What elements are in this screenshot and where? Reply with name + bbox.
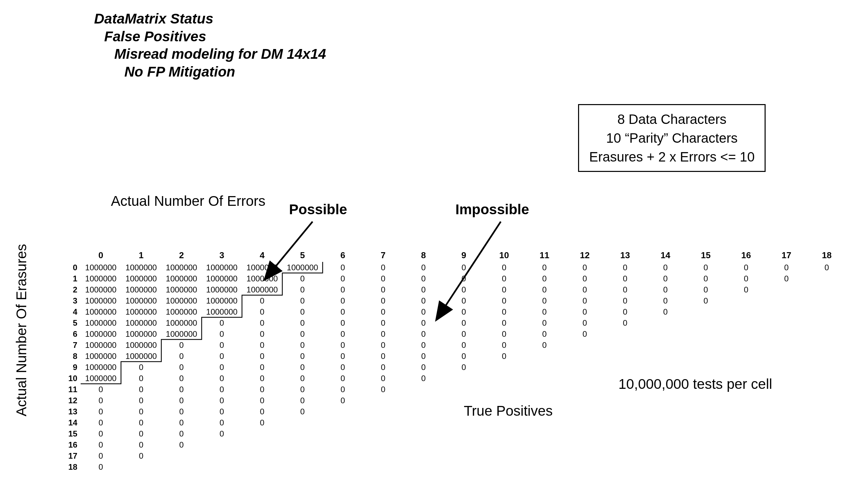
table-cell: 0 [161, 385, 202, 394]
table-cell: 0 [242, 396, 282, 405]
table-cell: 1000000 [81, 263, 121, 272]
x-axis-title: Actual Number Of Errors [111, 193, 265, 209]
table-cell: 0 [322, 363, 363, 372]
table-header-row: 0123456789101112131415161718 [54, 249, 847, 262]
table-cell: 0 [161, 363, 202, 372]
col-header: 2 [161, 250, 202, 260]
table-cell: 0 [282, 318, 322, 328]
table-row: 180 [54, 461, 847, 472]
col-header: 11 [524, 250, 565, 260]
table-cell: 0 [242, 374, 282, 383]
table-cell: 0 [322, 396, 363, 405]
table-cell: 1000000 [161, 318, 202, 328]
info-box: 8 Data Characters 10 “Parity” Characters… [578, 104, 766, 172]
table-cell: 0 [363, 363, 403, 372]
table-cell: 0 [565, 274, 605, 283]
table-cell: 0 [484, 263, 524, 272]
table-cell: 1000000 [242, 274, 282, 283]
table-cell: 0 [161, 407, 202, 416]
table-row: 1400000 [54, 417, 847, 428]
table-cell: 0 [202, 429, 242, 438]
row-header: 13 [54, 407, 81, 416]
table-cell: 1000000 [202, 296, 242, 306]
table-cell: 0 [403, 285, 443, 294]
table-cell: 0 [202, 318, 242, 328]
table-cell: 0 [524, 296, 565, 306]
y-axis-title: Actual Number Of Erasures [14, 244, 30, 416]
table-cell: 0 [645, 263, 686, 272]
row-header: 17 [54, 451, 81, 461]
row-header: 14 [54, 418, 81, 428]
table-cell: 0 [565, 307, 605, 317]
table-cell: 1000000 [121, 274, 161, 283]
table-cell: 0 [121, 396, 161, 405]
table-cell: 0 [645, 307, 686, 317]
table-cell: 1000000 [202, 263, 242, 272]
table-cell: 1000000 [202, 307, 242, 317]
table-cell: 0 [363, 329, 403, 339]
info-line-3: Erasures + 2 x Errors <= 10 [589, 147, 754, 166]
title-block: DataMatrix Status False Positives Misrea… [94, 10, 326, 80]
table-cell: 0 [363, 296, 403, 306]
row-header: 16 [54, 440, 81, 450]
table-cell: 0 [484, 352, 524, 361]
table-cell: 1000000 [81, 363, 121, 372]
title-line-4: No FP Mitigation [124, 63, 326, 81]
table-cell: 1000000 [121, 307, 161, 317]
table-cell: 0 [766, 263, 807, 272]
table-cell: 0 [121, 451, 161, 461]
info-line-2: 10 “Parity” Characters [589, 129, 754, 147]
table-cell: 0 [121, 440, 161, 450]
table-cell: 0 [565, 318, 605, 328]
table-cell: 0 [282, 407, 322, 416]
row-header: 7 [54, 341, 81, 350]
table-cell: 1000000 [202, 274, 242, 283]
table-cell: 0 [322, 263, 363, 272]
table-cell: 0 [242, 329, 282, 339]
table-cell: 0 [403, 329, 443, 339]
table-cell: 0 [484, 329, 524, 339]
table-cell: 1000000 [202, 285, 242, 294]
table-cell: 0 [565, 263, 605, 272]
table-cell: 0 [202, 341, 242, 350]
table-cell: 0 [161, 374, 202, 383]
table-cell: 0 [443, 285, 484, 294]
table-row: 13000000 [54, 406, 847, 417]
col-header: 14 [645, 250, 686, 260]
table-row: 810000001000000000000000 [54, 350, 847, 362]
table-cell: 0 [605, 296, 645, 306]
table-cell: 1000000 [161, 263, 202, 272]
table-row: 0100000010000001000000100000010000001000… [54, 262, 847, 273]
table-cell: 0 [726, 285, 766, 294]
table-cell: 0 [363, 307, 403, 317]
table-cell: 0 [282, 396, 322, 405]
table-cell: 0 [524, 263, 565, 272]
col-header: 12 [565, 250, 605, 260]
table-cell: 0 [121, 385, 161, 394]
table-cell: 0 [202, 329, 242, 339]
table-cell: 0 [202, 418, 242, 428]
table-cell: 1000000 [121, 352, 161, 361]
table-cell: 0 [81, 440, 121, 450]
table-cell: 1000000 [161, 274, 202, 283]
table-cell: 1000000 [161, 307, 202, 317]
table-cell: 0 [565, 285, 605, 294]
results-table: 0123456789101112131415161718010000001000… [54, 249, 847, 472]
table-row: 1700 [54, 450, 847, 461]
table-cell: 0 [242, 307, 282, 317]
table-cell: 0 [81, 385, 121, 394]
table-cell: 0 [605, 263, 645, 272]
table-row: 1100000010000001000000100000010000000000… [54, 273, 847, 284]
row-header: 0 [54, 263, 81, 272]
table-cell: 0 [565, 296, 605, 306]
col-header: 6 [322, 250, 363, 260]
title-line-2: False Positives [104, 28, 326, 46]
row-header: 9 [54, 363, 81, 372]
table-cell: 0 [322, 341, 363, 350]
table-cell: 0 [242, 352, 282, 361]
table-cell: 0 [686, 285, 726, 294]
row-header: 2 [54, 285, 81, 294]
table-cell: 1000000 [161, 296, 202, 306]
table-cell: 0 [242, 385, 282, 394]
table-cell: 0 [322, 352, 363, 361]
